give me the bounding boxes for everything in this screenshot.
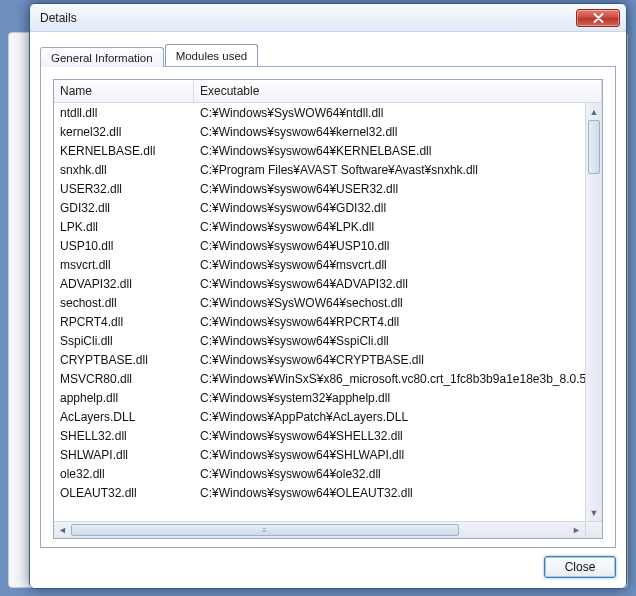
- table-row[interactable]: USER32.dllC:¥Windows¥syswow64¥USER32.dll: [54, 179, 585, 198]
- table-row[interactable]: SHELL32.dllC:¥Windows¥syswow64¥SHELL32.d…: [54, 426, 585, 445]
- scroll-down-icon[interactable]: ▼: [586, 504, 602, 521]
- cell-executable: C:¥Program Files¥AVAST Software¥Avast¥sn…: [194, 163, 585, 177]
- cell-name: AcLayers.DLL: [54, 410, 194, 424]
- cell-name: SHELL32.dll: [54, 429, 194, 443]
- cell-executable: C:¥Windows¥syswow64¥CRYPTBASE.dll: [194, 353, 585, 367]
- cell-name: SHLWAPI.dll: [54, 448, 194, 462]
- table-row[interactable]: MSVCR80.dllC:¥Windows¥WinSxS¥x86_microso…: [54, 369, 585, 388]
- table-row[interactable]: KERNELBASE.dllC:¥Windows¥syswow64¥KERNEL…: [54, 141, 585, 160]
- table-row[interactable]: ole32.dllC:¥Windows¥syswow64¥ole32.dll: [54, 464, 585, 483]
- tab-label: General Information: [51, 52, 153, 64]
- table-row[interactable]: sechost.dllC:¥Windows¥SysWOW64¥sechost.d…: [54, 293, 585, 312]
- table-row[interactable]: RPCRT4.dllC:¥Windows¥syswow64¥RPCRT4.dll: [54, 312, 585, 331]
- tab-label: Modules used: [176, 50, 248, 62]
- cell-name: sechost.dll: [54, 296, 194, 310]
- cell-name: USP10.dll: [54, 239, 194, 253]
- scroll-right-icon[interactable]: ►: [568, 522, 585, 538]
- table-row[interactable]: CRYPTBASE.dllC:¥Windows¥syswow64¥CRYPTBA…: [54, 350, 585, 369]
- client-area: General Information Modules used Name Ex…: [30, 32, 626, 588]
- cell-name: RPCRT4.dll: [54, 315, 194, 329]
- vscroll-thumb[interactable]: [588, 120, 600, 174]
- window-title: Details: [40, 11, 576, 25]
- cell-executable: C:¥Windows¥syswow64¥ADVAPI32.dll: [194, 277, 585, 291]
- cell-executable: C:¥Windows¥syswow64¥msvcrt.dll: [194, 258, 585, 272]
- close-button[interactable]: Close: [544, 556, 616, 578]
- cell-name: KERNELBASE.dll: [54, 144, 194, 158]
- table-row[interactable]: apphelp.dllC:¥Windows¥system32¥apphelp.d…: [54, 388, 585, 407]
- table-row[interactable]: kernel32.dllC:¥Windows¥syswow64¥kernel32…: [54, 122, 585, 141]
- window-close-button[interactable]: [576, 9, 620, 27]
- hscroll-thumb[interactable]: ≡: [71, 524, 459, 536]
- list-body: ntdll.dllC:¥Windows¥SysWOW64¥ntdll.dllke…: [54, 103, 602, 521]
- cell-executable: C:¥Windows¥syswow64¥LPK.dll: [194, 220, 585, 234]
- cell-executable: C:¥Windows¥syswow64¥USP10.dll: [194, 239, 585, 253]
- cell-executable: C:¥Windows¥syswow64¥KERNELBASE.dll: [194, 144, 585, 158]
- hscroll-track[interactable]: ≡: [71, 522, 568, 538]
- cell-executable: C:¥Windows¥syswow64¥SHELL32.dll: [194, 429, 585, 443]
- column-header-name[interactable]: Name: [54, 80, 194, 102]
- cell-name: msvcrt.dll: [54, 258, 194, 272]
- table-row[interactable]: snxhk.dllC:¥Program Files¥AVAST Software…: [54, 160, 585, 179]
- cell-name: apphelp.dll: [54, 391, 194, 405]
- scroll-left-icon[interactable]: ◄: [54, 522, 71, 538]
- button-label: Close: [565, 560, 596, 574]
- vscroll-track[interactable]: [586, 120, 602, 504]
- tabstrip: General Information Modules used: [40, 42, 616, 66]
- cell-executable: C:¥Windows¥WinSxS¥x86_microsoft.vc80.crt…: [194, 372, 585, 386]
- cell-executable: C:¥Windows¥syswow64¥SHLWAPI.dll: [194, 448, 585, 462]
- tab-panel-modules: Name Executable ntdll.dllC:¥Windows¥SysW…: [40, 66, 616, 548]
- table-row[interactable]: SHLWAPI.dllC:¥Windows¥syswow64¥SHLWAPI.d…: [54, 445, 585, 464]
- cell-name: OLEAUT32.dll: [54, 486, 194, 500]
- scroll-corner: [585, 522, 602, 538]
- list-header: Name Executable: [54, 80, 602, 103]
- table-row[interactable]: msvcrt.dllC:¥Windows¥syswow64¥msvcrt.dll: [54, 255, 585, 274]
- cell-name: ntdll.dll: [54, 106, 194, 120]
- cell-executable: C:¥Windows¥syswow64¥kernel32.dll: [194, 125, 585, 139]
- details-dialog: Details General Information Modules used…: [29, 3, 627, 589]
- tab-modules-used[interactable]: Modules used: [165, 44, 259, 66]
- table-row[interactable]: AcLayers.DLLC:¥Windows¥AppPatch¥AcLayers…: [54, 407, 585, 426]
- vertical-scrollbar[interactable]: ▲ ▼: [585, 103, 602, 521]
- cell-executable: C:¥Windows¥syswow64¥ole32.dll: [194, 467, 585, 481]
- cell-name: ole32.dll: [54, 467, 194, 481]
- cell-executable: C:¥Windows¥system32¥apphelp.dll: [194, 391, 585, 405]
- cell-name: snxhk.dll: [54, 163, 194, 177]
- table-row[interactable]: ntdll.dllC:¥Windows¥SysWOW64¥ntdll.dll: [54, 103, 585, 122]
- cell-name: MSVCR80.dll: [54, 372, 194, 386]
- cell-name: CRYPTBASE.dll: [54, 353, 194, 367]
- cell-name: LPK.dll: [54, 220, 194, 234]
- cell-name: SspiCli.dll: [54, 334, 194, 348]
- dialog-footer: Close: [40, 548, 616, 578]
- cell-executable: C:¥Windows¥SysWOW64¥ntdll.dll: [194, 106, 585, 120]
- cell-name: ADVAPI32.dll: [54, 277, 194, 291]
- tab-general-information[interactable]: General Information: [40, 47, 164, 67]
- cell-executable: C:¥Windows¥SysWOW64¥sechost.dll: [194, 296, 585, 310]
- horizontal-scrollbar[interactable]: ◄ ≡ ►: [54, 521, 602, 538]
- table-row[interactable]: USP10.dllC:¥Windows¥syswow64¥USP10.dll: [54, 236, 585, 255]
- cell-executable: C:¥Windows¥AppPatch¥AcLayers.DLL: [194, 410, 585, 424]
- titlebar[interactable]: Details: [30, 4, 626, 32]
- table-row[interactable]: LPK.dllC:¥Windows¥syswow64¥LPK.dll: [54, 217, 585, 236]
- cell-executable: C:¥Windows¥syswow64¥GDI32.dll: [194, 201, 585, 215]
- cell-executable: C:¥Windows¥syswow64¥RPCRT4.dll: [194, 315, 585, 329]
- scroll-up-icon[interactable]: ▲: [586, 103, 602, 120]
- table-row[interactable]: ADVAPI32.dllC:¥Windows¥syswow64¥ADVAPI32…: [54, 274, 585, 293]
- table-row[interactable]: SspiCli.dllC:¥Windows¥syswow64¥SspiCli.d…: [54, 331, 585, 350]
- table-row[interactable]: OLEAUT32.dllC:¥Windows¥syswow64¥OLEAUT32…: [54, 483, 585, 502]
- table-row[interactable]: GDI32.dllC:¥Windows¥syswow64¥GDI32.dll: [54, 198, 585, 217]
- cell-executable: C:¥Windows¥syswow64¥OLEAUT32.dll: [194, 486, 585, 500]
- modules-listview[interactable]: Name Executable ntdll.dllC:¥Windows¥SysW…: [53, 79, 603, 539]
- close-icon: [593, 13, 604, 23]
- column-header-executable[interactable]: Executable: [194, 80, 602, 102]
- cell-name: USER32.dll: [54, 182, 194, 196]
- cell-executable: C:¥Windows¥syswow64¥SspiCli.dll: [194, 334, 585, 348]
- cell-name: GDI32.dll: [54, 201, 194, 215]
- cell-name: kernel32.dll: [54, 125, 194, 139]
- cell-executable: C:¥Windows¥syswow64¥USER32.dll: [194, 182, 585, 196]
